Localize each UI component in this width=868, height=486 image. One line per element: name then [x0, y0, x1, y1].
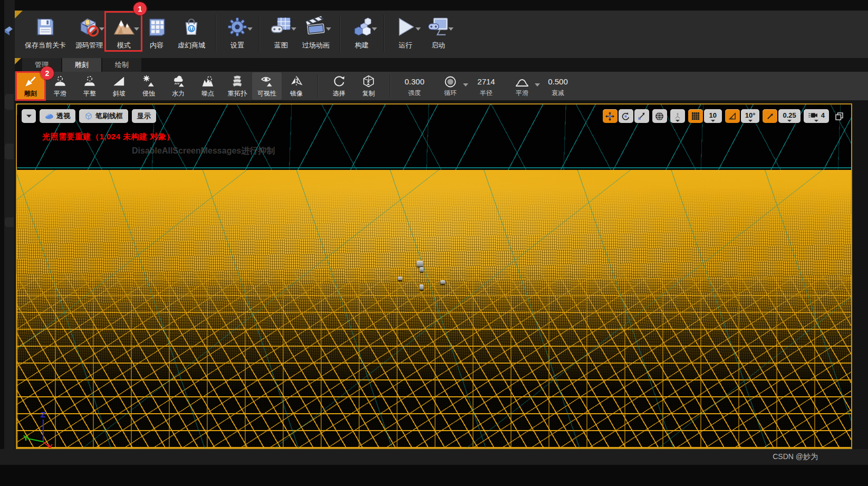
tool-hydro-erosion[interactable]: 水力	[163, 72, 193, 100]
tool-noise[interactable]: 噪点	[193, 72, 223, 100]
settings-icon	[226, 15, 249, 39]
panel-corner-decoration	[15, 11, 23, 18]
unreal-editor-window: 保存当前关卡 源码管理 1 模式 内容	[0, 0, 868, 486]
grid-snap-caret[interactable]	[711, 120, 715, 122]
landscape-terrain[interactable]	[17, 170, 851, 448]
tool-ramp-label: 斜坡	[113, 89, 126, 98]
flatten-icon	[83, 74, 97, 89]
angle-snap-toggle[interactable]	[725, 109, 740, 123]
cinematics-dropdown-caret[interactable]	[326, 27, 331, 31]
cinematics-label: 过场动画	[302, 41, 330, 50]
play-dropdown-caret[interactable]	[416, 27, 421, 31]
smooth-tool-icon	[53, 74, 67, 89]
tool-copy[interactable]: 复制	[354, 72, 383, 100]
tool-visibility[interactable]: 可视性	[252, 72, 282, 100]
grid-snap-toggle[interactable]	[688, 109, 703, 123]
modes-button[interactable]: 1 模式	[108, 14, 140, 51]
scale-snap-toggle[interactable]	[763, 109, 777, 123]
watermark-text: CSDN @妙为	[773, 452, 818, 462]
angle-snap-caret[interactable]	[748, 120, 753, 122]
viewport-options-dropdown[interactable]	[22, 109, 36, 123]
marketplace-button[interactable]: 虚幻商城	[173, 14, 210, 51]
brush-type-selector[interactable]: 循环	[438, 75, 462, 98]
source-control-button[interactable]: 源码管理	[71, 14, 108, 51]
save-level-button[interactable]: 保存当前关卡	[20, 14, 71, 51]
brush-wireframe-button[interactable]: 笔刷线框	[79, 109, 128, 123]
blueprints-dropdown-caret[interactable]	[291, 27, 296, 31]
camera-speed-caret[interactable]	[814, 120, 818, 122]
angle-snap-group: 10°	[725, 109, 760, 123]
scale-snap-caret[interactable]	[787, 120, 792, 122]
modes-label: 模式	[117, 41, 131, 50]
scene-prop[interactable]	[417, 261, 423, 266]
move-tool-button[interactable]	[603, 109, 618, 123]
play-label: 运行	[399, 41, 412, 50]
grid-snap-value[interactable]: 10	[704, 109, 722, 123]
scene-prop[interactable]	[420, 267, 423, 272]
tool-sculpt[interactable]: 2 雕刻	[16, 72, 45, 100]
perspective-button[interactable]: 透视	[40, 109, 75, 123]
level-viewport[interactable]: 光照需要重建（1,024 未构建 对象） DisableAllScreenMes…	[16, 103, 852, 449]
launch-button[interactable]: 启动	[422, 14, 455, 51]
launch-icon	[427, 15, 450, 39]
play-button[interactable]: 运行	[389, 14, 422, 51]
angle-snap-value[interactable]: 10°	[741, 109, 760, 123]
marketplace-label: 虚幻商城	[178, 41, 205, 50]
maximize-viewport-button[interactable]	[832, 109, 846, 123]
falloff-type-dropdown-caret[interactable]	[535, 83, 540, 87]
build-dropdown-caret[interactable]	[372, 27, 377, 31]
brush-radius-field[interactable]: 2714 半径	[474, 75, 498, 98]
launch-label: 启动	[431, 41, 445, 50]
tool-selection[interactable]: 选择	[324, 72, 354, 100]
screen-messages-hint: DisableAllScreenMessages进行抑制	[132, 146, 275, 157]
build-button[interactable]: 构建	[345, 14, 378, 51]
settings-dropdown-caret[interactable]	[247, 27, 253, 31]
content-browser-button[interactable]: 内容	[140, 14, 173, 51]
panel-corner-decoration	[15, 58, 21, 64]
surface-snapping-caret[interactable]	[676, 120, 680, 122]
tool-retopologize[interactable]: 重拓扑	[223, 72, 252, 100]
surface-snapping-button[interactable]	[670, 109, 685, 123]
tool-erosion[interactable]: 侵蚀	[134, 72, 163, 100]
move-icon	[605, 112, 614, 121]
brush-falloff-field[interactable]: 0.500 衰减	[546, 75, 570, 98]
noise-icon	[201, 74, 215, 89]
rotate-tool-button[interactable]	[619, 109, 633, 123]
brush-type-dropdown-caret[interactable]	[463, 83, 468, 87]
tool-mirror[interactable]: 镜像	[282, 72, 311, 100]
viewport-toolbar-right: 10 10°	[603, 109, 846, 123]
tab-paint[interactable]: 绘制	[102, 58, 141, 72]
ramp-icon	[112, 74, 126, 89]
cinematics-button[interactable]: 过场动画	[297, 14, 334, 51]
scene-prop[interactable]	[440, 280, 445, 284]
brush-radius-label: 半径	[480, 89, 493, 98]
scene-prop[interactable]	[398, 277, 402, 280]
tool-ramp[interactable]: 斜坡	[104, 72, 134, 100]
scale-snap-value[interactable]: 0.25	[778, 109, 800, 123]
show-flags-button[interactable]: 显示	[132, 109, 156, 123]
falloff-type-selector[interactable]: 平滑	[510, 75, 534, 98]
scale-tool-button[interactable]	[634, 109, 649, 123]
launch-dropdown-caret[interactable]	[448, 27, 454, 31]
camera-speed-button[interactable]: 4	[804, 109, 829, 123]
tool-copy-label: 复制	[362, 89, 375, 98]
brush-wireframe-label: 笔刷线框	[95, 111, 123, 121]
blueprints-button[interactable]: 蓝图	[265, 14, 297, 51]
world-coordinate-button[interactable]	[652, 109, 667, 123]
toolbar-separator	[259, 15, 259, 52]
show-flags-label: 显示	[137, 111, 151, 121]
brush-strength-field[interactable]: 0.300 强度	[402, 75, 427, 98]
modes-dropdown-caret[interactable]	[134, 27, 139, 31]
tab-sculpt[interactable]: 雕刻	[62, 58, 101, 72]
tool-visibility-label: 可视性	[257, 89, 276, 98]
play-icon	[394, 15, 417, 39]
viewport-scene[interactable]: 光照需要重建（1,024 未构建 对象） DisableAllScreenMes…	[17, 104, 851, 448]
tool-flatten[interactable]: 平整	[75, 72, 104, 100]
brush-strength-label: 强度	[408, 89, 421, 98]
settings-button[interactable]: 设置	[221, 14, 254, 51]
source-control-dropdown-caret[interactable]	[99, 27, 104, 31]
annotation-badge-1: 1	[133, 2, 147, 15]
tools-separator	[317, 74, 318, 98]
scene-prop[interactable]	[419, 284, 423, 290]
build-label: 构建	[355, 41, 369, 50]
